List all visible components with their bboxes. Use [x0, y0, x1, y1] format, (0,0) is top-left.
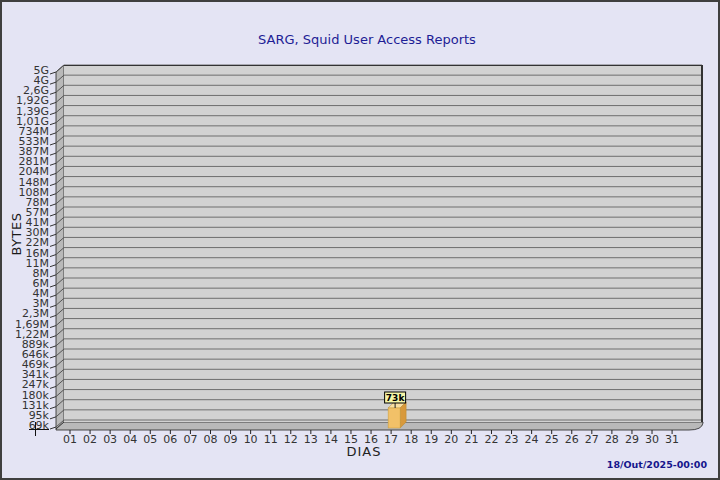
report-timestamp: 18/Out/2025-00:00 — [607, 459, 707, 470]
x-tick-label: 26 — [565, 433, 579, 446]
y-tick — [50, 366, 56, 368]
y-tick — [50, 173, 56, 175]
y-tick — [50, 265, 56, 267]
x-tick-label: 28 — [605, 433, 619, 446]
y-tick — [50, 224, 56, 226]
x-tick-label: 21 — [464, 433, 478, 446]
x-tick-label: 20 — [444, 433, 458, 446]
y-tick — [50, 143, 56, 145]
x-tick-label: 07 — [183, 433, 197, 446]
y-tick — [50, 92, 56, 94]
x-tick-label: 29 — [625, 433, 639, 446]
x-axis-floor — [56, 422, 703, 430]
y-tick — [50, 153, 56, 155]
y-tick — [50, 356, 56, 358]
x-tick-label: 19 — [424, 433, 438, 446]
x-tick-label: 09 — [224, 433, 238, 446]
y-tick — [50, 397, 56, 399]
x-tick-label: 23 — [505, 433, 519, 446]
y-tick — [50, 102, 56, 104]
y-tick — [50, 407, 56, 409]
x-tick-label: 25 — [545, 433, 559, 446]
x-tick-label: 13 — [304, 433, 318, 446]
plot-area — [64, 65, 703, 422]
x-tick-label: 06 — [163, 433, 177, 446]
x-tick-label: 31 — [665, 433, 679, 446]
y-tick — [50, 346, 56, 348]
x-tick-label: 04 — [123, 433, 137, 446]
x-tick-label: 27 — [585, 433, 599, 446]
x-tick-label: 08 — [203, 433, 217, 446]
x-tick-label: 05 — [143, 433, 157, 446]
bar-day-17 — [388, 408, 400, 428]
bar-chart: 5G4G2,6G1,92G1,39G1,01G734M533M387M281M2… — [2, 2, 720, 480]
y-tick — [50, 72, 56, 74]
y-tick — [50, 214, 56, 216]
y-tick — [50, 386, 56, 388]
y-tick — [50, 336, 56, 338]
y-tick — [50, 326, 56, 328]
y-tick — [50, 295, 56, 297]
y-tick — [50, 194, 56, 196]
y-tick — [50, 82, 56, 84]
y-tick — [50, 305, 56, 307]
y-tick — [50, 113, 56, 115]
y-tick — [50, 123, 56, 125]
x-tick-label: 03 — [103, 433, 117, 446]
x-tick-label: 10 — [244, 433, 258, 446]
y-tick — [50, 255, 56, 257]
y-tick — [50, 163, 56, 165]
y-tick — [50, 244, 56, 246]
bar-value-label: 73k — [386, 393, 406, 403]
x-tick-label: 18 — [404, 433, 418, 446]
y-tick — [50, 285, 56, 287]
y-tick — [50, 376, 56, 378]
y-tick — [50, 315, 56, 317]
y-tick — [50, 204, 56, 206]
x-tick-label: 01 — [63, 433, 77, 446]
x-tick-label: 11 — [264, 433, 278, 446]
x-tick-label: 12 — [284, 433, 298, 446]
y-tick — [50, 427, 56, 429]
x-tick-label: 22 — [484, 433, 498, 446]
x-tick-label: 24 — [525, 433, 539, 446]
y-tick — [50, 184, 56, 186]
y-tick — [50, 234, 56, 236]
sarg-report-page: SARG, Squid User Access Reports Período:… — [0, 0, 720, 480]
y-tick — [50, 133, 56, 135]
y-tick — [50, 275, 56, 277]
x-tick-label: 30 — [645, 433, 659, 446]
y-tick — [50, 417, 56, 419]
x-tick-label: 02 — [83, 433, 97, 446]
x-axis-title: DIAS — [322, 444, 406, 459]
y-tick-label: 69k — [29, 419, 50, 432]
